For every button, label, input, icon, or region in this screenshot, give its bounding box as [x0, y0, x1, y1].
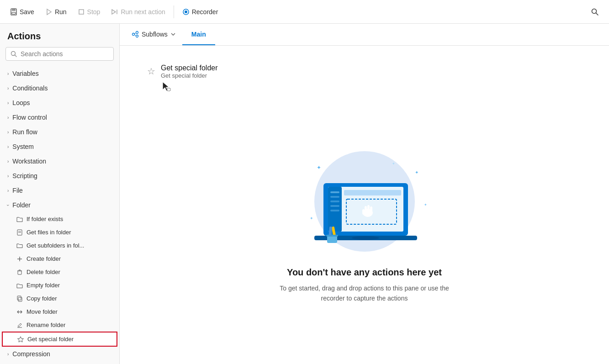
get-special-folder-item[interactable]: Get special folder	[2, 332, 117, 347]
save-button[interactable]: Save	[5, 5, 39, 18]
move-icon	[16, 309, 23, 315]
recorder-label: Recorder	[192, 8, 218, 16]
search-toolbar-button[interactable]	[586, 5, 604, 19]
svg-marker-25	[18, 337, 24, 342]
svg-text:✦: ✦	[317, 164, 321, 171]
sidebar-item-system[interactable]: › System	[0, 139, 119, 154]
chevron-right-icon: ›	[7, 86, 9, 91]
tab-subflows[interactable]: Subflows	[125, 24, 182, 45]
empty-icon	[16, 282, 23, 289]
search-icon	[11, 51, 17, 57]
svg-marker-5	[112, 10, 116, 14]
search-input[interactable]	[21, 50, 109, 58]
item-label: If folder exists	[26, 216, 63, 222]
chevron-right-icon: ›	[7, 115, 9, 120]
stop-icon	[78, 8, 85, 16]
copy-icon	[16, 295, 23, 302]
item-label: Rename folder	[26, 322, 65, 328]
sidebar-item-label: System	[12, 143, 34, 150]
svg-rect-1	[12, 9, 16, 11]
svg-line-30	[135, 35, 136, 36]
sidebar-item-run-flow[interactable]: › Run flow	[0, 125, 119, 139]
list-item[interactable]: Empty folder	[0, 279, 119, 292]
sidebar-item-loops[interactable]: › Loops	[0, 95, 119, 110]
svg-text:✦: ✦	[424, 203, 427, 207]
list-item[interactable]: Create folder	[0, 252, 119, 265]
svg-point-27	[136, 31, 138, 33]
sidebar-item-compression[interactable]: › Compression	[0, 347, 119, 361]
svg-rect-59	[326, 235, 338, 237]
svg-point-8	[185, 11, 187, 13]
svg-rect-47	[330, 205, 339, 207]
recorder-button[interactable]: Recorder	[178, 5, 223, 18]
svg-point-42	[352, 236, 379, 240]
chevron-down-icon	[170, 32, 176, 37]
list-item[interactable]: Copy folder	[0, 292, 119, 305]
sidebar-item-label: Conditionals	[12, 84, 48, 92]
sidebar-item-conditionals[interactable]: › Conditionals	[0, 81, 119, 95]
list-item[interactable]: Get subfolders in fol...	[0, 239, 119, 252]
sidebar-item-label: Flow control	[12, 114, 47, 121]
folder-sub-items: If folder exists Get files in folder Get…	[0, 212, 119, 347]
svg-rect-44	[330, 191, 339, 193]
drag-star-icon: ☆	[147, 66, 155, 77]
toolbar-separator	[174, 5, 174, 18]
save-label: Save	[20, 8, 34, 16]
run-next-action-button[interactable]: Run next action	[106, 5, 169, 18]
sidebar-item-file[interactable]: › File	[0, 183, 119, 198]
list-item[interactable]: If folder exists	[0, 212, 119, 226]
sidebar-item-label: Loops	[12, 99, 30, 106]
search-box[interactable]	[5, 47, 114, 61]
create-icon	[16, 256, 23, 262]
svg-line-10	[596, 13, 598, 15]
subflows-icon	[132, 31, 139, 38]
toolbar: Save Run Stop Run next action Recorder	[0, 0, 609, 24]
list-item[interactable]: Move folder	[0, 305, 119, 318]
chevron-right-icon: ›	[7, 144, 9, 149]
sidebar-item-flow-control[interactable]: › Flow control	[0, 110, 119, 125]
drag-preview: ☆ Get special folder Get special folder	[147, 64, 218, 95]
drag-preview-title: Get special folder	[161, 64, 218, 72]
subfolder-icon	[16, 243, 23, 249]
run-button[interactable]: Run	[41, 5, 71, 18]
item-label: Copy folder	[26, 295, 57, 302]
chevron-right-icon: ›	[7, 71, 9, 76]
list-item[interactable]: Rename folder	[0, 318, 119, 332]
svg-point-26	[132, 33, 135, 35]
item-label: Get subfolders in fol...	[26, 242, 84, 249]
svg-rect-45	[330, 196, 339, 198]
save-icon	[10, 8, 17, 16]
sidebar-item-variables[interactable]: › Variables	[0, 66, 119, 81]
item-label: Get files in folder	[26, 229, 71, 236]
svg-rect-4	[79, 10, 84, 14]
folder-icon	[16, 216, 23, 222]
subflows-label: Subflows	[142, 31, 168, 38]
drag-preview-subtitle: Get special folder	[161, 72, 218, 79]
stop-button[interactable]: Stop	[73, 5, 105, 18]
sidebar-list: › Variables › Conditionals › Loops › Flo…	[0, 66, 119, 364]
item-label: Delete folder	[26, 269, 60, 275]
list-item[interactable]: Delete folder	[0, 265, 119, 279]
delete-icon	[16, 269, 23, 275]
svg-rect-21	[18, 297, 22, 301]
svg-rect-2	[12, 12, 16, 14]
tab-main[interactable]: Main	[182, 24, 215, 45]
run-label: Run	[55, 8, 67, 16]
star-icon	[17, 336, 24, 343]
svg-text:✦: ✦	[415, 170, 418, 175]
sidebar-item-folder[interactable]: › Folder	[0, 198, 119, 212]
empty-state: ✦ ✦ ✦ ✦ ✦	[269, 95, 461, 355]
drag-preview-text: Get special folder Get special folder	[161, 64, 218, 95]
sidebar-item-workstation[interactable]: › Workstation	[0, 154, 119, 169]
sidebar-item-label: Variables	[12, 70, 38, 77]
sidebar-item-label: Workstation	[12, 158, 46, 165]
svg-rect-54	[370, 206, 372, 213]
chevron-right-icon: ›	[7, 100, 9, 106]
canvas[interactable]: ☆ Get special folder Get special folder	[120, 46, 609, 364]
content-area: Subflows Main ☆ Get special folder Get s…	[120, 24, 609, 364]
sidebar-item-scripting[interactable]: › Scripting	[0, 169, 119, 183]
svg-rect-52	[365, 206, 367, 213]
list-item[interactable]: Get files in folder	[0, 226, 119, 239]
main-layout: Actions › Variables › Conditionals › Lo	[0, 24, 609, 364]
chevron-right-icon: ›	[7, 130, 9, 135]
